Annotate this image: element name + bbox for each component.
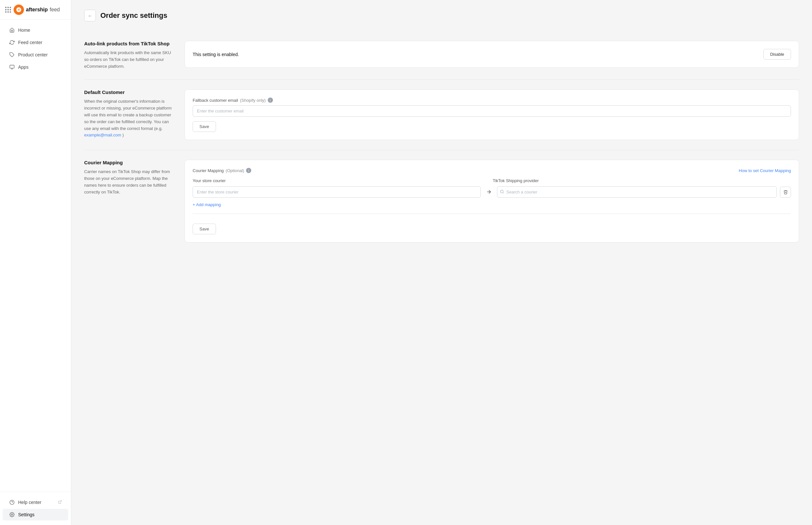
- svg-line-10: [503, 193, 503, 193]
- autolink-card-area: This setting is enabled. Disable: [185, 41, 799, 70]
- default-customer-title: Default Customer: [84, 89, 175, 95]
- sync-icon: [9, 40, 15, 45]
- default-customer-description: Default Customer When the original custo…: [84, 89, 175, 140]
- sidebar-nav: Home Feed center Product center Apps: [0, 20, 71, 492]
- page-title: Order sync settings: [100, 11, 167, 20]
- courier-card-label: Courier Mapping (Optional) i: [193, 168, 251, 173]
- logo-sub: feed: [50, 7, 60, 13]
- autolink-desc: Automatically link products with the sam…: [84, 49, 175, 70]
- sidebar-item-product-center[interactable]: Product center: [3, 49, 68, 61]
- svg-point-9: [501, 190, 503, 193]
- store-courier-input[interactable]: [193, 186, 481, 198]
- courier-divider: [193, 213, 791, 214]
- default-customer-card-area: Fallback customer email (Shopify only) i…: [185, 89, 799, 140]
- main-content: ← Order sync settings Auto-link products…: [71, 0, 812, 525]
- external-link-icon: [58, 500, 62, 505]
- disable-button[interactable]: Disable: [763, 49, 791, 60]
- search-courier-input[interactable]: [497, 186, 777, 198]
- sidebar-item-apps[interactable]: Apps: [3, 61, 68, 73]
- courier-mapping-section: Courier Mapping Carrier names on TikTok …: [84, 150, 799, 252]
- logo-icon: [14, 4, 24, 15]
- search-courier-wrap: [497, 186, 777, 198]
- default-customer-section: Default Customer When the original custo…: [84, 80, 799, 150]
- email-info-icon[interactable]: i: [268, 97, 273, 103]
- email-save-button[interactable]: Save: [193, 121, 216, 132]
- tiktok-courier-col-label: TikTok Shipping provider: [493, 178, 776, 183]
- arrow-icon: [484, 189, 494, 195]
- autolink-status: This setting is enabled.: [193, 52, 239, 57]
- autolink-section: Auto-link products from TikTok Shop Auto…: [84, 31, 799, 80]
- courier-info-icon[interactable]: i: [246, 168, 251, 173]
- autolink-card: This setting is enabled. Disable: [185, 41, 799, 68]
- courier-mapping-description: Courier Mapping Carrier names on TikTok …: [84, 160, 175, 242]
- autolink-description: Auto-link products from TikTok Shop Auto…: [84, 41, 175, 70]
- sidebar-item-label: Settings: [18, 512, 35, 517]
- tag-icon: [9, 52, 15, 58]
- optional-label: (Optional): [226, 168, 244, 173]
- logo-text: aftership: [26, 7, 48, 13]
- mapping-input-row: [193, 186, 791, 198]
- email-input[interactable]: [193, 105, 791, 117]
- default-customer-card: Fallback customer email (Shopify only) i…: [185, 89, 799, 140]
- example-email-link[interactable]: example@mail.com: [84, 133, 121, 137]
- how-to-set-link[interactable]: How to set Courier Mapping: [739, 168, 791, 173]
- shopify-only-label: (Shopify only): [240, 98, 265, 103]
- home-icon: [9, 27, 15, 33]
- courier-mapping-title: Courier Mapping: [84, 160, 175, 165]
- sidebar-item-settings[interactable]: Settings: [3, 509, 68, 521]
- delete-mapping-button[interactable]: [780, 187, 791, 198]
- default-customer-desc: When the original customer's information…: [84, 98, 175, 139]
- grid-icon[interactable]: [5, 7, 11, 13]
- courier-mapping-desc: Carrier names on TikTok Shop may differ …: [84, 168, 175, 195]
- sidebar-item-help-center[interactable]: Help center: [3, 496, 68, 508]
- sidebar-item-label: Feed center: [18, 40, 43, 45]
- sidebar-item-label: Home: [18, 28, 30, 33]
- email-field-label: Fallback customer email (Shopify only) i: [193, 97, 791, 103]
- sidebar-item-home[interactable]: Home: [3, 24, 68, 36]
- settings-icon: [9, 512, 15, 518]
- svg-rect-1: [10, 65, 14, 68]
- help-icon: [9, 499, 15, 505]
- store-courier-col-label: Your store courier: [193, 178, 475, 183]
- page-header: ← Order sync settings: [84, 10, 799, 21]
- courier-card-header: Courier Mapping (Optional) i How to set …: [193, 168, 791, 173]
- courier-mapping-card-area: Courier Mapping (Optional) i How to set …: [185, 160, 799, 242]
- search-icon: [500, 190, 504, 195]
- sidebar-item-feed-center[interactable]: Feed center: [3, 36, 68, 48]
- svg-point-7: [11, 514, 13, 515]
- courier-save-button[interactable]: Save: [193, 224, 216, 234]
- sidebar-header: aftership feed: [0, 0, 71, 20]
- back-button[interactable]: ←: [84, 10, 96, 21]
- sidebar-item-label: Apps: [18, 64, 29, 70]
- sidebar: aftership feed Home Feed center Product …: [0, 0, 71, 525]
- sidebar-item-label: Help center: [18, 500, 42, 505]
- add-mapping-button[interactable]: + Add mapping: [193, 201, 221, 208]
- monitor-icon: [9, 64, 15, 70]
- autolink-title: Auto-link products from TikTok Shop: [84, 41, 175, 46]
- courier-mapping-card: Courier Mapping (Optional) i How to set …: [185, 160, 799, 242]
- sidebar-item-label: Product center: [18, 52, 48, 57]
- mapping-col-headers: Your store courier TikTok Shipping provi…: [193, 178, 791, 183]
- svg-line-6: [60, 501, 62, 502]
- sidebar-bottom: Help center Settings: [0, 492, 71, 525]
